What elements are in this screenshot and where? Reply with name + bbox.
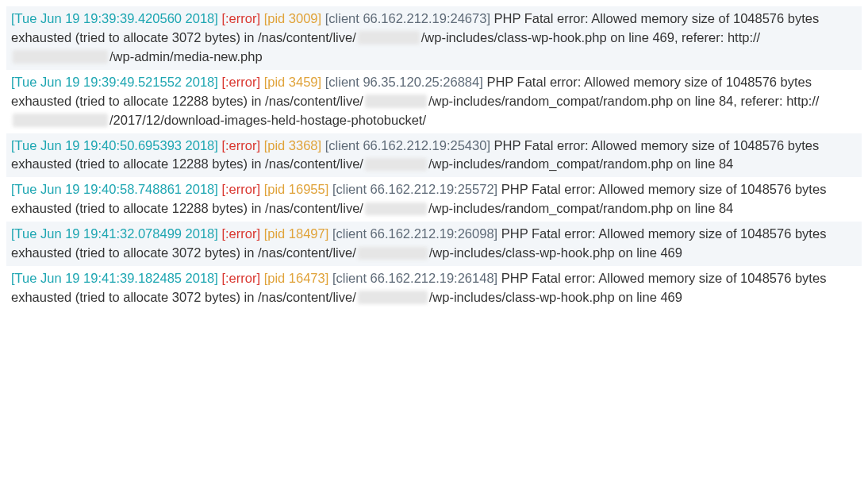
log-row: [Tue Jun 19 19:41:39.182485 2018] [:erro… — [6, 266, 862, 310]
log-message-part: /2017/12/download-images-held-hostage-ph… — [109, 113, 426, 127]
log-pid: [pid 16955] — [264, 182, 329, 196]
log-timestamp: [Tue Jun 19 19:39:39.420560 2018] — [11, 11, 218, 25]
log-client: [client 96.35.120.25:26884] — [325, 75, 483, 89]
log-timestamp: [Tue Jun 19 19:41:39.182485 2018] — [11, 271, 218, 285]
log-timestamp: [Tue Jun 19 19:40:58.748861 2018] — [11, 182, 218, 196]
log-message-part: /wp-includes/random_compat/random.php on… — [428, 201, 733, 215]
log-timestamp: [Tue Jun 19 19:41:32.078499 2018] — [11, 226, 218, 241]
log-row: [Tue Jun 19 19:39:39.420560 2018] [:erro… — [6, 6, 862, 70]
log-client: [client 66.162.212.19:24673] — [325, 11, 490, 25]
redacted-text — [365, 202, 427, 216]
log-message-part: /wp-includes/class-wp-hook.php on line 4… — [421, 30, 760, 44]
log-client: [client 66.162.212.19:26098] — [332, 226, 497, 241]
log-level: [:error] — [221, 226, 260, 241]
log-pid: [pid 18497] — [264, 226, 329, 241]
log-level: [:error] — [221, 271, 260, 285]
log-message-part: /wp-includes/random_compat/random.php on… — [428, 156, 733, 171]
log-message-part: /wp-includes/random_compat/random.php on… — [428, 94, 820, 108]
log-row: [Tue Jun 19 19:40:50.695393 2018] [:erro… — [6, 133, 862, 178]
log-client: [client 66.162.212.19:25430] — [325, 138, 490, 152]
redacted-text — [358, 247, 428, 260]
log-message-part: /wp-admin/media-new.php — [109, 49, 263, 64]
log-row: [Tue Jun 19 19:40:58.748861 2018] [:erro… — [6, 177, 862, 222]
log-level: [:error] — [221, 138, 260, 152]
log-level: [:error] — [221, 11, 260, 25]
log-pid: [pid 16473] — [264, 271, 329, 285]
redacted-text — [365, 94, 427, 108]
redacted-text — [13, 114, 108, 127]
log-timestamp: [Tue Jun 19 19:40:50.695393 2018] — [11, 138, 218, 152]
log-message-part: /wp-includes/class-wp-hook.php on line 4… — [429, 245, 682, 260]
log-row: [Tue Jun 19 19:41:32.078499 2018] [:erro… — [6, 222, 862, 266]
redacted-text — [365, 158, 427, 172]
log-list: [Tue Jun 19 19:39:39.420560 2018] [:erro… — [6, 6, 862, 310]
log-pid: [pid 3459] — [264, 75, 321, 89]
log-level: [:error] — [221, 182, 260, 196]
log-client: [client 66.162.212.19:25572] — [332, 182, 497, 196]
redacted-text — [13, 50, 108, 64]
redacted-text — [358, 31, 420, 44]
log-pid: [pid 3009] — [264, 11, 321, 25]
log-message-part: /wp-includes/class-wp-hook.php on line 4… — [429, 290, 682, 304]
redacted-text — [358, 291, 428, 304]
log-row: [Tue Jun 19 19:39:49.521552 2018] [:erro… — [6, 70, 862, 133]
log-timestamp: [Tue Jun 19 19:39:49.521552 2018] — [11, 75, 218, 89]
log-level: [:error] — [221, 75, 260, 89]
log-pid: [pid 3368] — [264, 138, 321, 152]
log-client: [client 66.162.212.19:26148] — [332, 271, 497, 285]
